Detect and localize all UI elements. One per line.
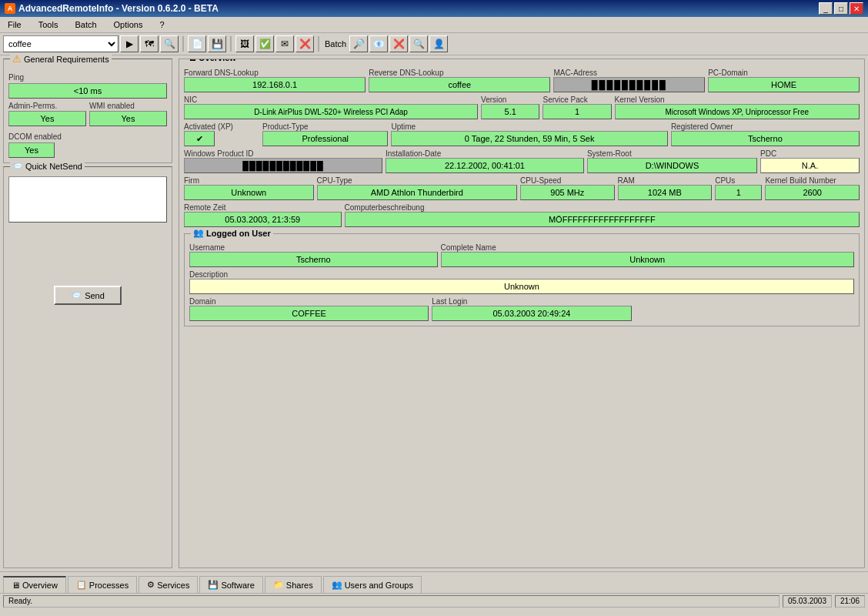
toolbar-btn-4[interactable]: 📄 [188, 35, 206, 52]
netsend-textarea[interactable] [8, 176, 167, 223]
complete-name-label: Complete Name [441, 243, 855, 252]
quick-netsend-group: 📨 Quick NetSend 📨 Send [3, 166, 172, 568]
tab-software[interactable]: 💾 Software [199, 576, 262, 593]
send-button[interactable]: 📨 Send [54, 286, 122, 305]
batch-btn-4[interactable]: 🔍 [409, 35, 428, 52]
computer-select[interactable]: coffee [3, 35, 119, 52]
maximize-button[interactable]: □ [834, 2, 848, 15]
menu-bar: File Tools Batch Options ? [0, 17, 868, 33]
tab-overview-icon: 🖥 [12, 581, 20, 590]
activated-field: Activated (XP) ✔ [184, 122, 259, 146]
minimize-button[interactable]: _ [819, 2, 833, 15]
ov-row-1: Forward DNS-Lookup 192.168.0.1 Reverse D… [184, 69, 860, 92]
pc-domain-label: PC-Domain [708, 69, 860, 77]
tab-shares[interactable]: 📁 Shares [265, 576, 322, 593]
uptime-value: 0 Tage, 22 Stunden, 59 Min, 5 Sek [391, 131, 667, 146]
version-value: 5.1 [481, 104, 539, 119]
activated-checkbox[interactable]: ✔ [184, 131, 215, 146]
tab-services[interactable]: ⚙ Services [139, 576, 198, 593]
wmi-value: Yes [89, 111, 167, 126]
windows-product-id-label: Windows Product ID [184, 149, 382, 158]
cpu-type-value: AMD Athlon Thunderbird [317, 185, 517, 200]
cpu-speed-field: CPU-Speed 905 MHz [520, 176, 615, 200]
toolbar-btn-9[interactable]: ❌ [295, 35, 314, 52]
ping-label: Ping [8, 73, 167, 82]
activated-label: Activated (XP) [184, 122, 259, 131]
toolbar-btn-8[interactable]: ✉ [275, 35, 294, 52]
installation-date-label: Installation-Date [386, 149, 584, 158]
toolbar-btn-5[interactable]: 💾 [208, 35, 226, 52]
menu-help[interactable]: ? [155, 18, 169, 31]
toolbar-btn-6[interactable]: 🖼 [235, 35, 254, 52]
dcom-label: DCOM enabled [8, 132, 167, 141]
users-icon: 👥 [193, 228, 204, 238]
batch-search-btn[interactable]: 🔎 [349, 35, 368, 52]
menu-options[interactable]: Options [109, 18, 148, 31]
batch-btn-5[interactable]: 👤 [429, 35, 448, 52]
kernel-build-label: Kernel Build Number [765, 176, 860, 185]
tab-processes[interactable]: 📋 Processes [68, 576, 137, 593]
firm-field: Firm Unknown [184, 176, 314, 200]
registered-owner-label: Registered Owner [671, 122, 860, 131]
computerbeschreibung-field: Computerbeschreibung MÖFFFFFFFFFFFFFFFFF… [345, 203, 860, 227]
send-icon: 📨 [71, 290, 82, 300]
username-field: Username Tscherno [189, 243, 438, 267]
firm-value: Unknown [184, 185, 314, 200]
forward-dns-field: Forward DNS-Lookup 192.168.0.1 [184, 69, 366, 92]
ov-row-6: Remote Zeit 05.03.2003, 21:3:59 Computer… [184, 203, 860, 227]
reverse-dns-label: Reverse DNS-Lookup [369, 69, 550, 77]
forward-dns-label: Forward DNS-Lookup [184, 69, 366, 77]
reverse-dns-field: Reverse DNS-Lookup coffee [369, 69, 550, 92]
monitor-icon: 🖥 [188, 59, 196, 62]
lo-row-3: Domain COFFEE Last Login 05.03.2003 20:4… [189, 297, 854, 321]
tab-users-groups-icon: 👥 [332, 580, 342, 590]
ram-value: 1024 MB [618, 185, 713, 200]
kernel-build-field: Kernel Build Number 2600 [765, 176, 860, 200]
overview-title: 🖥 Overview [185, 59, 239, 62]
pdc-field: PDC N.A. [760, 149, 860, 173]
toolbar-sep-1 [182, 36, 184, 52]
window-controls: _ □ ✕ [819, 2, 863, 15]
description-value: Unknown [189, 279, 854, 294]
batch-btn-2[interactable]: 📧 [369, 35, 388, 52]
product-type-field: Product-Type Professional [262, 122, 388, 146]
nic-field: NIC D-Link AirPlus DWL-520+ Wireless PCI… [184, 95, 478, 119]
registered-owner-field: Registered Owner Tscherno [671, 122, 860, 146]
domain-value: COFFEE [189, 306, 429, 321]
ram-label: RAM [618, 176, 713, 185]
ov-row-5: Firm Unknown CPU-Type AMD Athlon Thunder… [184, 176, 860, 200]
last-login-value: 05.03.2003 20:49:24 [432, 306, 631, 321]
tab-users-groups[interactable]: 👥 Users and Groups [323, 576, 422, 593]
close-button[interactable]: ✕ [850, 2, 863, 15]
logged-on-title: 👥 Logged on User [191, 228, 273, 238]
spacer [635, 297, 854, 321]
toolbar-btn-2[interactable]: 🗺 [140, 35, 159, 52]
menu-batch[interactable]: Batch [70, 18, 101, 31]
batch-btn-3[interactable]: ❌ [389, 35, 408, 52]
menu-tools[interactable]: Tools [34, 18, 63, 31]
installation-date-field: Installation-Date 22.12.2002, 00:41:01 [386, 149, 584, 173]
tab-software-icon: 💾 [208, 580, 219, 590]
tab-services-icon: ⚙ [147, 580, 155, 590]
tab-overview[interactable]: 🖥 Overview [3, 576, 66, 593]
ov-row-4: Windows Product ID ████████████ Installa… [184, 149, 860, 173]
system-root-label: System-Root [587, 149, 757, 158]
left-panel: ⚠ General Requirements Ping <10 ms Admin… [0, 55, 175, 571]
toolbar-btn-7[interactable]: ✅ [255, 35, 274, 52]
pdc-label: PDC [760, 149, 860, 158]
title-bar: A AdvancedRemoteInfo - Version 0.6.2.0 -… [0, 0, 868, 17]
domain-label: Domain [189, 297, 429, 306]
cpu-type-field: CPU-Type AMD Athlon Thunderbird [317, 176, 517, 200]
installation-date-value: 22.12.2002, 00:41:01 [386, 158, 584, 173]
system-root-field: System-Root D:\WINDOWS [587, 149, 757, 173]
logged-on-grid: Username Tscherno Complete Name Unknown … [189, 243, 854, 321]
window-title: AdvancedRemoteInfo - Version 0.6.2.0 - B… [18, 3, 219, 14]
overview-grid: Forward DNS-Lookup 192.168.0.1 Reverse D… [184, 69, 860, 227]
ov-row-2: NIC D-Link AirPlus DWL-520+ Wireless PCI… [184, 95, 860, 119]
cpus-value: 1 [715, 185, 762, 200]
go-button[interactable]: ▶ [120, 35, 139, 52]
menu-file[interactable]: File [3, 18, 26, 31]
windows-product-id-field: Windows Product ID ████████████ [184, 149, 382, 173]
cpus-label: CPUs [715, 176, 762, 185]
toolbar-btn-3[interactable]: 🔍 [160, 35, 179, 52]
